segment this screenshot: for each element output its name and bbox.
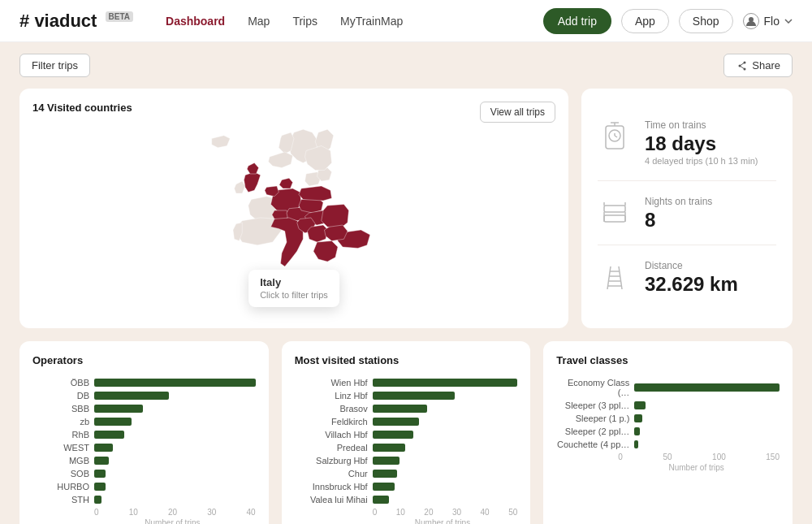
bar-fill — [94, 405, 143, 413]
bar-label: STH — [32, 495, 89, 505]
bar-fill — [373, 405, 427, 413]
bar-row: MGB — [32, 456, 256, 466]
visited-label: Visited countries — [47, 102, 132, 114]
bar-wrap — [373, 469, 518, 479]
bar-row: Sleeper (1 p.) — [556, 414, 780, 423]
bar-fill — [94, 379, 256, 387]
travel-classes-axis-title: Number of trips — [556, 463, 780, 472]
share-button[interactable]: Share — [723, 54, 793, 77]
stations-chart-card: Most visited stations Wien HbfLinz HbfBr… — [282, 341, 531, 524]
svg-line-5 — [740, 66, 745, 69]
bar-fill — [373, 457, 400, 465]
bar-wrap — [373, 404, 518, 414]
add-trip-button[interactable]: Add trip — [543, 8, 611, 34]
svg-line-4 — [740, 63, 745, 66]
visited-count: 14 — [32, 102, 44, 114]
axis-tick: 0 — [373, 508, 378, 517]
nav-map[interactable]: Map — [248, 15, 270, 28]
bar-label: Valea lui Mihai — [295, 495, 368, 505]
bar-wrap — [373, 443, 518, 453]
user-menu[interactable]: Flo — [743, 13, 793, 29]
bar-fill — [94, 457, 109, 465]
nav-mytrainmap[interactable]: MyTrainMap — [340, 15, 403, 28]
bar-label: Villach Hbf — [295, 430, 368, 440]
stat-nights-on-trains: Nights on trains 8 — [598, 181, 776, 245]
operators-axis-labels: 010203040 — [32, 508, 256, 517]
bar-label: Predeal — [295, 443, 368, 453]
clock-train-icon — [598, 119, 632, 154]
bar-label: Sleeper (1 p.) — [556, 414, 629, 423]
bar-fill — [634, 427, 640, 435]
shop-button[interactable]: Shop — [679, 9, 733, 33]
bar-row: Feldkirch — [295, 417, 518, 427]
bar-label: Wien Hbf — [295, 378, 368, 388]
bar-label: DB — [32, 391, 89, 401]
bar-label: RhB — [32, 430, 89, 440]
bar-label: SOB — [32, 469, 89, 479]
main-content: 14 Visited countries View all trips — [0, 89, 812, 524]
axis-tick: 10 — [396, 508, 405, 517]
user-name: Flo — [764, 15, 780, 28]
axis-tick: 30 — [452, 508, 461, 517]
bar-wrap — [94, 456, 256, 466]
bar-wrap — [94, 469, 256, 479]
bar-label: Couchette (4 pp… — [556, 440, 629, 449]
axis-tick: 20 — [168, 508, 177, 517]
bar-row: Innsbruck Hbf — [295, 482, 518, 492]
stat-time-value: 18 days — [645, 134, 758, 154]
bar-fill — [94, 470, 106, 478]
bar-wrap — [94, 404, 256, 414]
toolbar: Filter trips Share — [0, 42, 812, 89]
logo: # viaduct BETA — [19, 11, 133, 32]
axis-tick: 0 — [94, 508, 99, 517]
share-icon — [736, 60, 747, 71]
stat-time-on-trains: Time on trains 18 days 4 delayed trips (… — [598, 105, 776, 181]
bar-wrap — [373, 430, 518, 440]
bar-wrap — [373, 456, 518, 466]
bar-fill — [373, 418, 419, 426]
bar-row: Sleeper (3 ppl… — [556, 401, 780, 410]
axis-tick: 150 — [766, 453, 780, 461]
logo-wordmark: viaduct — [34, 11, 97, 31]
europe-map[interactable]: Italy Click to filter trips — [32, 120, 555, 315]
stat-time-info: Time on trains 18 days 4 delayed trips (… — [645, 119, 758, 166]
top-row: 14 Visited countries View all trips — [19, 89, 793, 328]
bar-fill — [94, 431, 124, 439]
bar-label: Salzburg Hbf — [295, 456, 368, 466]
map-subtitle: 14 Visited countries — [32, 102, 555, 114]
bar-wrap — [373, 482, 518, 492]
stat-distance-info: Distance 32.629 km — [645, 260, 738, 294]
bar-row: STH — [32, 495, 256, 505]
stations-chart-title: Most visited stations — [295, 354, 518, 366]
axis-tick: 20 — [424, 508, 433, 517]
svg-line-11 — [615, 136, 617, 137]
bar-wrap — [94, 430, 256, 440]
bar-fill — [94, 483, 106, 491]
app-button[interactable]: App — [621, 9, 669, 33]
bar-wrap — [373, 378, 518, 388]
nav-trips[interactable]: Trips — [292, 15, 317, 28]
tooltip-action: Click to filter trips — [260, 290, 328, 300]
axis-tick: 30 — [207, 508, 216, 517]
nav-dashboard[interactable]: Dashboard — [166, 15, 225, 28]
travel-classes-chart-card: Travel classes Economy Class (…Sleeper (… — [543, 341, 793, 524]
bar-wrap — [634, 440, 780, 449]
stat-nights-value: 8 — [645, 210, 712, 230]
bar-row: ÖBB — [32, 378, 256, 388]
bar-label: Innsbruck Hbf — [295, 482, 368, 492]
axis-tick: 100 — [712, 453, 726, 461]
svg-rect-12 — [604, 206, 625, 212]
bar-fill — [373, 379, 518, 387]
bar-label: Linz Hbf — [295, 391, 368, 401]
bar-row: Valea lui Mihai — [295, 495, 518, 505]
svg-rect-6 — [606, 126, 624, 149]
bar-fill — [634, 440, 638, 448]
bar-wrap — [373, 495, 518, 505]
stat-distance: Distance 32.629 km — [598, 245, 776, 309]
bar-wrap — [94, 482, 256, 492]
bar-row: RhB — [32, 430, 256, 440]
operators-chart-card: Operators ÖBBDBSBBzbRhBWESTMGBSOBHURBOST… — [19, 341, 269, 524]
bar-fill — [373, 444, 405, 452]
filter-trips-button[interactable]: Filter trips — [19, 54, 90, 77]
logo-hash: # — [19, 11, 29, 31]
